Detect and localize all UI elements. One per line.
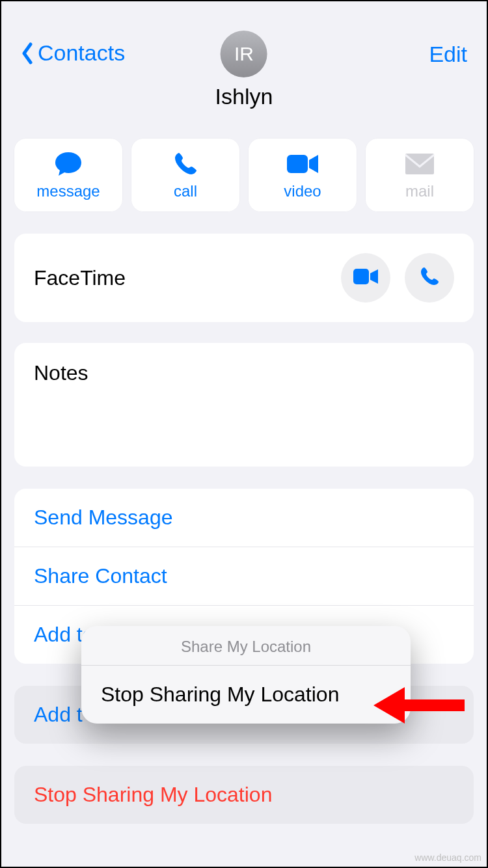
facetime-video-button[interactable] — [341, 253, 390, 303]
contact-header: IR Ishlyn — [215, 31, 273, 109]
back-button[interactable]: Contacts — [21, 40, 125, 66]
message-label: message — [36, 182, 100, 200]
mail-icon — [404, 150, 435, 178]
share-contact-option[interactable]: Share Contact — [14, 547, 474, 606]
notes-card[interactable]: Notes — [14, 343, 474, 467]
watermark: www.deuaq.com — [414, 852, 481, 863]
contact-name: Ishlyn — [215, 84, 273, 109]
add-truncated-label: Add t — [34, 703, 83, 726]
popup-stop-sharing-action[interactable]: Stop Sharing My Location — [81, 666, 411, 724]
avatar-initials: IR — [234, 43, 254, 65]
call-button[interactable]: call — [131, 139, 239, 211]
phone-icon — [418, 265, 441, 290]
mail-label: mail — [405, 182, 434, 200]
chevron-left-icon — [21, 42, 34, 64]
facetime-actions — [341, 253, 454, 303]
mail-button: mail — [366, 139, 474, 211]
message-button[interactable]: message — [14, 139, 122, 211]
video-button[interactable]: video — [249, 139, 357, 211]
back-label: Contacts — [38, 40, 125, 66]
share-location-popup: Share My Location Stop Sharing My Locati… — [81, 626, 411, 724]
message-icon — [53, 150, 84, 178]
action-row: message call video mail — [1, 139, 487, 211]
edit-button[interactable]: Edit — [429, 40, 467, 67]
video-icon — [352, 267, 379, 288]
call-label: call — [174, 182, 197, 200]
popup-title: Share My Location — [81, 626, 411, 666]
video-label: video — [284, 182, 321, 200]
header: Contacts IR Ishlyn Edit — [1, 1, 487, 67]
stop-sharing-option[interactable]: Stop Sharing My Location — [14, 766, 474, 824]
notes-label: Notes — [34, 361, 454, 385]
facetime-audio-button[interactable] — [405, 253, 454, 303]
facetime-row: FaceTime — [14, 234, 474, 322]
video-icon — [286, 150, 319, 178]
svg-rect-0 — [287, 155, 308, 173]
svg-rect-2 — [353, 269, 369, 284]
phone-icon — [172, 150, 198, 178]
facetime-label: FaceTime — [34, 266, 126, 290]
annotation-arrow-icon — [373, 685, 465, 729]
avatar: IR — [221, 31, 267, 77]
send-message-option[interactable]: Send Message — [14, 489, 474, 547]
